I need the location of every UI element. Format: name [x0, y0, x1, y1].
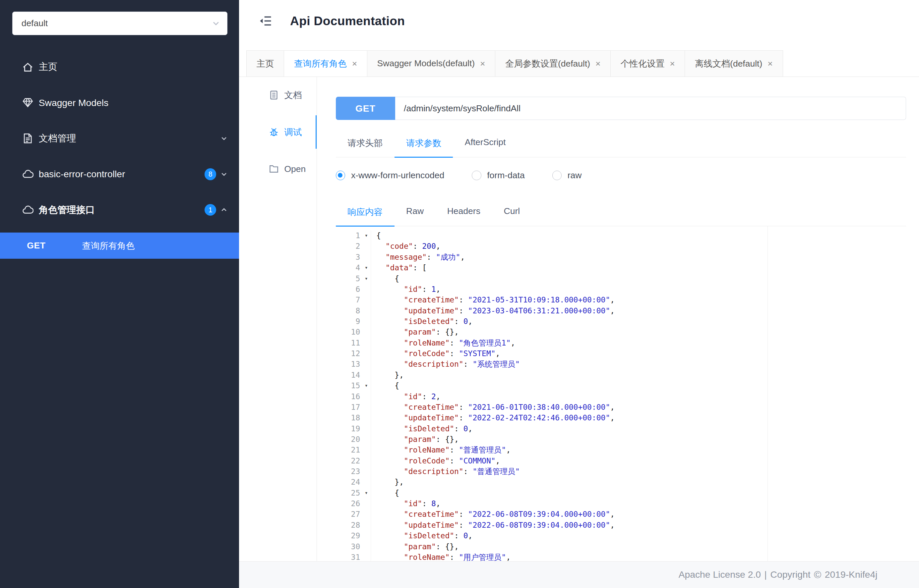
line-number: 11 — [336, 338, 362, 348]
line-number: 28 — [336, 520, 362, 530]
radio-form-data[interactable]: form-data — [472, 170, 525, 181]
side-tab-label: Open — [284, 164, 306, 174]
radio-raw[interactable]: raw — [552, 170, 582, 181]
code-line: 8 "updateTime": "2023-03-04T06:31:21.000… — [336, 305, 768, 316]
gutter: 24 — [336, 477, 371, 487]
line-number: 16 — [336, 391, 362, 402]
gutter: 28 — [336, 520, 371, 530]
tab-request-headers[interactable]: 请求头部 — [336, 129, 394, 158]
tab-personal-settings[interactable]: 个性化设置× — [610, 50, 685, 76]
gutter: 10 — [336, 326, 371, 337]
code-text: "createTime": "2021-05-31T10:09:18.000+0… — [371, 294, 615, 305]
tab-headers[interactable]: Headers — [435, 199, 492, 226]
radio-label: x-www-form-urlencoded — [351, 170, 444, 181]
gutter: 12 — [336, 348, 371, 359]
fold-spacer — [362, 294, 371, 305]
side-tab-debug[interactable]: 调试 — [239, 114, 317, 150]
fold-spacer — [362, 412, 371, 423]
gutter: 20 — [336, 434, 371, 444]
menu-fold-icon[interactable] — [259, 14, 272, 28]
code-line: 10 "param": {}, — [336, 326, 768, 337]
sidebar-item-role-manage[interactable]: 角色管理接口1 — [0, 192, 239, 228]
code-text: "updateTime": "2022-02-24T02:42:46.000+0… — [371, 412, 615, 423]
close-icon[interactable]: × — [670, 59, 675, 68]
radio-circle-icon — [336, 171, 345, 180]
tab-offline-docs[interactable]: 离线文档(default)× — [685, 50, 783, 76]
sidebar-item-swagger-models[interactable]: Swagger Models — [0, 85, 239, 121]
response-editor[interactable]: 1▾{2 "code": 200,3 "message": "成功",4▾ "d… — [336, 226, 768, 561]
gutter: 1▾ — [336, 230, 371, 241]
chevron-down-icon — [212, 19, 220, 27]
gutter: 14 — [336, 370, 371, 380]
api-group-select[interactable]: default — [12, 11, 227, 35]
tab-home[interactable]: 主页 — [246, 50, 284, 76]
sidebar-item-basic-error-controller[interactable]: basic-error-controller8 — [0, 157, 239, 192]
gutter: 11 — [336, 338, 371, 348]
gutter: 16 — [336, 391, 371, 402]
code-line: 29 "isDeleted": 0, — [336, 530, 768, 541]
fold-arrow-icon[interactable]: ▾ — [362, 273, 371, 284]
debug-panel: GET /admin/system/sysRole/findAll 请求头部请求… — [317, 77, 919, 561]
close-icon[interactable]: × — [352, 59, 357, 68]
api-method-label: GET — [27, 241, 82, 251]
doc-debug-tabs: 文档调试Open — [239, 77, 317, 561]
fold-arrow-icon[interactable]: ▾ — [362, 230, 371, 241]
fold-spacer — [362, 338, 371, 348]
code-text: }, — [371, 370, 404, 380]
line-number: 21 — [336, 444, 362, 455]
code-text: "param": {}, — [371, 326, 459, 337]
code-line: 6 "id": 1, — [336, 284, 768, 294]
doc-manage-icon — [22, 133, 34, 144]
sidebar-api-item-query-all-roles[interactable]: GET查询所有角色 — [0, 233, 239, 259]
tab-curl[interactable]: Curl — [492, 199, 532, 226]
tab-raw[interactable]: Raw — [394, 199, 436, 226]
fold-arrow-icon[interactable]: ▾ — [362, 488, 371, 498]
sidebar-item-home[interactable]: 主页 — [0, 49, 239, 85]
side-tab-open[interactable]: Open — [239, 150, 317, 187]
tab-afterscript[interactable]: AfterScript — [453, 129, 517, 158]
code-text: "description": "系统管理员" — [371, 359, 520, 369]
request-url-row: GET /admin/system/sysRole/findAll — [336, 97, 906, 120]
fold-spacer — [362, 391, 371, 402]
close-icon[interactable]: × — [768, 59, 773, 68]
side-tab-doc[interactable]: 文档 — [239, 77, 317, 114]
sidebar-item-doc-manage[interactable]: 文档管理 — [0, 121, 239, 157]
code-line: 11 "roleName": "角色管理员1", — [336, 338, 768, 348]
close-icon[interactable]: × — [480, 59, 485, 68]
code-text: "roleName": "角色管理员1", — [371, 338, 515, 348]
tab-request-params[interactable]: 请求参数 — [394, 129, 453, 158]
copyright-icon: © — [814, 569, 821, 580]
tab-swagger-models[interactable]: Swagger Models(default)× — [367, 50, 496, 76]
code-line: 31 "roleName": "用户管理员", — [336, 552, 768, 561]
line-number: 9 — [336, 316, 362, 326]
sidebar: default 主页Swagger Models文档管理basic-error-… — [0, 0, 239, 588]
line-number: 15 — [336, 380, 362, 391]
code-line: 16 "id": 2, — [336, 391, 768, 402]
fold-arrow-icon[interactable]: ▾ — [362, 262, 371, 273]
code-text: "id": 2, — [371, 391, 441, 402]
code-line: 30 "param": {}, — [336, 541, 768, 552]
side-tab-label: 调试 — [284, 126, 302, 138]
code-line: 28 "updateTime": "2022-06-08T09:39:04.00… — [336, 520, 768, 530]
home-icon — [22, 61, 34, 73]
gutter: 31 — [336, 552, 371, 561]
code-text: "id": 1, — [371, 284, 441, 294]
request-url-input[interactable]: /admin/system/sysRole/findAll — [395, 97, 906, 120]
close-icon[interactable]: × — [595, 59, 600, 68]
code-text: "data": [ — [371, 262, 427, 273]
line-number: 19 — [336, 423, 362, 434]
code-text: "param": {}, — [371, 434, 459, 444]
tab-response-body[interactable]: 响应内容 — [336, 199, 394, 226]
tab-label: 全局参数设置(default) — [505, 58, 590, 69]
radio-x-www-form-urlencoded[interactable]: x-www-form-urlencoded — [336, 170, 444, 181]
code-line: 26 "id": 8, — [336, 498, 768, 509]
tab-global-params[interactable]: 全局参数设置(default)× — [495, 50, 611, 76]
api-item-label: 查询所有角色 — [82, 240, 135, 252]
tab-query-all-roles[interactable]: 查询所有角色× — [284, 50, 367, 76]
code-text: "isDeleted": 0, — [371, 423, 472, 434]
cloud-icon — [22, 169, 34, 180]
fold-spacer — [362, 252, 371, 262]
fold-arrow-icon[interactable]: ▾ — [362, 380, 371, 391]
code-text: "createTime": "2021-06-01T00:38:40.000+0… — [371, 402, 615, 412]
code-line: 5▾ { — [336, 273, 768, 284]
